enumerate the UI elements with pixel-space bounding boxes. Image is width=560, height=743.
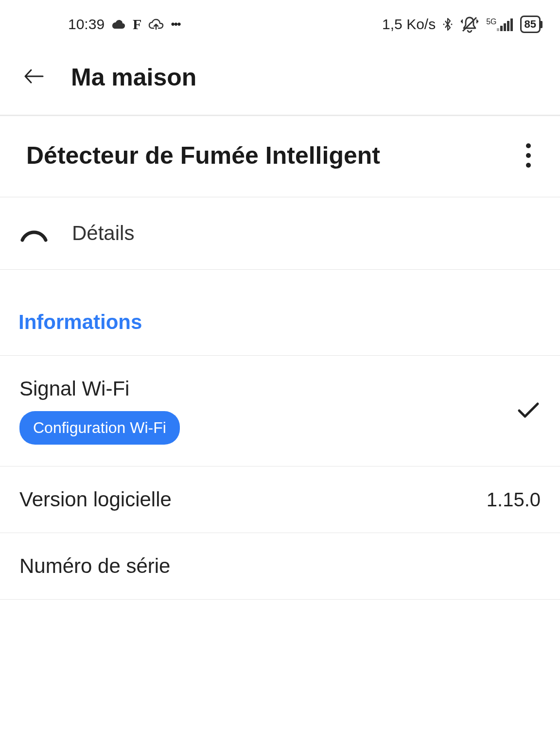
info-row-serial-number[interactable]: Numéro de série	[0, 533, 560, 600]
info-row-software-version[interactable]: Version logicielle 1.15.0	[0, 467, 560, 533]
svg-rect-5	[504, 23, 506, 31]
app-header: Ma maison	[0, 49, 560, 115]
svg-point-0	[443, 24, 445, 25]
status-bar: 10:39 F ••• 1,5 Ko/s 5G 85	[0, 0, 560, 49]
network-label: 5G	[486, 17, 496, 26]
software-version-label: Version logicielle	[19, 488, 172, 511]
cloud-icon	[111, 19, 126, 30]
serial-number-label: Numéro de série	[19, 554, 170, 578]
svg-point-1	[451, 24, 453, 25]
section-header-informations: Informations	[0, 270, 560, 356]
battery-indicator: 85	[520, 16, 541, 33]
svg-rect-6	[507, 21, 509, 31]
status-data-rate: 1,5 Ko/s	[382, 16, 436, 33]
page-title: Ma maison	[71, 63, 196, 91]
cloud-upload-icon	[148, 18, 164, 31]
svg-rect-3	[497, 28, 499, 31]
details-label: Détails	[72, 222, 134, 245]
device-name: Détecteur de Fumée Intelligent	[26, 141, 380, 170]
gauge-icon	[19, 223, 49, 244]
device-header: Détecteur de Fumée Intelligent	[0, 116, 560, 197]
more-dots-icon: •••	[171, 17, 180, 31]
bluetooth-icon	[442, 17, 453, 32]
software-version-value: 1.15.0	[487, 489, 541, 511]
status-left: 10:39 F •••	[19, 16, 180, 33]
battery-percent: 85	[525, 18, 536, 31]
wifi-config-button[interactable]: Configuration Wi-Fi	[19, 411, 180, 445]
info-row-wifi: Signal Wi-Fi Configuration Wi-Fi	[0, 356, 560, 467]
mute-vibrate-icon	[460, 16, 479, 33]
section-title: Informations	[18, 311, 541, 334]
svg-rect-4	[500, 26, 503, 31]
check-icon	[516, 400, 541, 422]
signal-group: 5G	[486, 17, 513, 31]
status-time: 10:39	[68, 16, 105, 33]
svg-rect-7	[510, 18, 513, 31]
more-menu-button[interactable]	[523, 140, 534, 171]
details-row[interactable]: Détails	[0, 197, 560, 270]
signal-bars-icon	[497, 17, 513, 31]
wifi-left: Signal Wi-Fi Configuration Wi-Fi	[19, 377, 180, 445]
back-button[interactable]	[23, 68, 45, 87]
status-right: 1,5 Ko/s 5G 85	[382, 16, 541, 33]
f-letter-icon: F	[133, 16, 141, 33]
svg-line-2	[463, 17, 476, 31]
wifi-label: Signal Wi-Fi	[19, 377, 180, 400]
